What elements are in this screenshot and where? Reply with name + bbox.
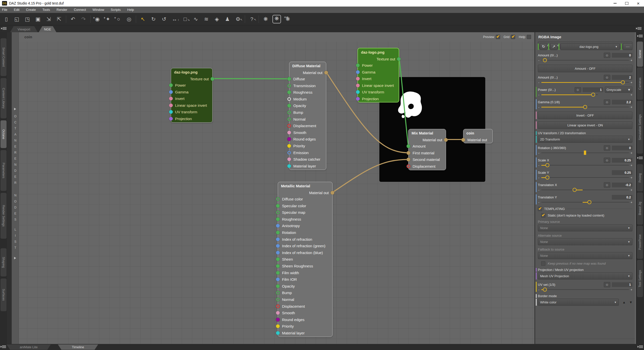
spin-down-button[interactable]: ▼ [629, 300, 632, 304]
image-menu-button[interactable]: ··· [623, 43, 632, 50]
slider-track[interactable] [541, 177, 629, 178]
param-key-button[interactable]: ◇ [604, 75, 610, 80]
toggle-button-linear-space-invert-on[interactable]: Linear space invert - ON [538, 121, 632, 129]
sidebar-tab-simulation-settings[interactable]: Simulation Settings [637, 101, 643, 154]
output-port[interactable] [331, 191, 334, 195]
slider-minus[interactable]: - [538, 288, 540, 292]
sidebar-tab-breast-jig[interactable]: Breast Jig [637, 192, 643, 225]
bottom-right-pane-menu-icon[interactable] [637, 345, 643, 349]
option-checkbox[interactable] [541, 261, 545, 266]
input-port[interactable] [276, 271, 280, 275]
param-value[interactable]: 0 [612, 53, 632, 58]
slider-track[interactable] [541, 94, 598, 95]
menu-scripts[interactable]: Scripts [111, 8, 121, 12]
slider-handle[interactable] [543, 288, 547, 292]
input-port[interactable] [276, 197, 280, 201]
param-value[interactable]: 2 [612, 75, 632, 80]
right-pane-menu-icon[interactable] [636, 27, 641, 31]
slider-track[interactable] [541, 153, 629, 153]
input-port[interactable] [276, 304, 280, 308]
input-port[interactable] [287, 77, 291, 81]
slider-plus[interactable]: + [630, 81, 632, 84]
restore-button[interactable] [621, 0, 632, 7]
save-duf-icon[interactable]: ❋DUF [284, 15, 292, 23]
scale-tool-icon[interactable]: □↘ [181, 15, 189, 23]
input-port[interactable] [287, 157, 291, 161]
sidebar-tab-posing[interactable]: Posing [637, 164, 643, 191]
scene-pane-menu-icon[interactable] [637, 34, 643, 38]
slider-minus[interactable]: - [538, 81, 540, 84]
param-key-button[interactable]: ◇ [604, 158, 610, 163]
input-port[interactable] [169, 97, 173, 100]
preview-checkbox[interactable] [496, 35, 500, 39]
sidebar-tab-shaping[interactable]: Shaping [1, 248, 7, 276]
input-port[interactable] [276, 224, 280, 228]
slider-minus[interactable]: - [538, 93, 540, 97]
sidebar-tab-parameters[interactable]: Parameters [1, 150, 7, 191]
slider-minus[interactable]: - [538, 151, 540, 155]
spin-up-button[interactable]: ▲ [622, 300, 626, 304]
menu-window[interactable]: Window [93, 8, 104, 12]
expand-arrow-icon[interactable] [14, 257, 16, 259]
slider-plus[interactable]: + [630, 105, 632, 109]
open-file-icon[interactable]: ◱ [13, 15, 21, 23]
node-tex1[interactable]: daz-logo.pngTexture outPowerGammaInvertL… [171, 68, 213, 123]
node-diffuse[interactable]: Diffuse MaterialMaterial outDiffuseTrans… [289, 62, 326, 170]
input-port[interactable] [276, 318, 280, 322]
input-port[interactable] [287, 90, 291, 94]
input-port[interactable] [276, 257, 280, 261]
input-port[interactable] [169, 117, 173, 121]
param-key-button[interactable]: ◇ [604, 145, 610, 151]
input-port[interactable] [276, 324, 280, 328]
input-port[interactable] [407, 164, 410, 168]
input-port[interactable] [287, 151, 291, 155]
help-checkbox[interactable] [527, 35, 531, 39]
sidebar-tab-scene[interactable]: Scene [637, 42, 643, 67]
export-file-icon[interactable]: ⇱ [55, 15, 63, 23]
slider-handle[interactable] [545, 176, 549, 180]
param-value[interactable]: 0 [612, 146, 632, 150]
output-port[interactable] [324, 71, 328, 75]
input-port[interactable] [356, 97, 360, 101]
param-value[interactable]: 0.2 [612, 195, 632, 200]
slider-handle[interactable] [587, 200, 591, 204]
greyscale-dropdown[interactable]: Greyscale▼ [605, 87, 632, 93]
param-key-button[interactable]: ◇ [604, 282, 610, 287]
toggle-button-invert-off[interactable]: Invert - OFF [538, 112, 632, 119]
dropdown-2d-transform[interactable]: 2D Transform▼ [538, 136, 632, 143]
import-file-icon[interactable]: ⇲ [45, 15, 52, 23]
input-port[interactable] [287, 137, 291, 141]
slider-minus[interactable]: - [538, 176, 540, 180]
slider-track[interactable] [541, 202, 629, 202]
slider-handle[interactable] [584, 151, 586, 155]
slider-plus[interactable]: + [630, 176, 632, 180]
param-key-button[interactable]: ◇ [604, 99, 610, 105]
curve-tool-icon[interactable]: ∿ [192, 15, 199, 23]
daz-connect-icon[interactable]: ❋ [262, 15, 269, 23]
param-value[interactable]: 1 [612, 282, 632, 287]
merge-file-icon[interactable]: ◳ [24, 15, 31, 23]
param-key-button[interactable]: ◇ [604, 53, 610, 58]
param-value[interactable]: 0.25 [612, 158, 632, 163]
slider-plus[interactable]: + [630, 58, 632, 62]
node-tex2[interactable]: daz-logo.pngTexture outPowerGammaInvertL… [357, 48, 399, 102]
slider-handle[interactable] [545, 163, 549, 167]
input-port[interactable] [287, 97, 291, 101]
sidebar-tab-cameras[interactable]: Cameras [637, 67, 643, 100]
input-port[interactable] [276, 237, 280, 241]
menu-file[interactable]: File [2, 8, 7, 12]
mesh-grabber-tool-icon[interactable]: ≋ [203, 15, 210, 23]
slider-track[interactable] [541, 107, 629, 107]
input-port[interactable] [169, 90, 173, 94]
daz-install-manager-icon[interactable]: ❋ [272, 15, 281, 23]
input-port[interactable] [356, 77, 360, 81]
input-port[interactable] [287, 84, 291, 88]
sidebar-tab-octane[interactable]: Octane [1, 120, 7, 148]
menu-edit[interactable]: Edit [14, 8, 19, 12]
slider-plus[interactable]: + [630, 288, 632, 292]
undo-icon[interactable]: ↶ [69, 15, 77, 23]
input-port[interactable] [276, 211, 280, 214]
slider-minus[interactable]: - [538, 200, 540, 204]
translate-tool-icon[interactable]: ↔↕ [171, 15, 178, 23]
input-port[interactable] [276, 264, 280, 268]
